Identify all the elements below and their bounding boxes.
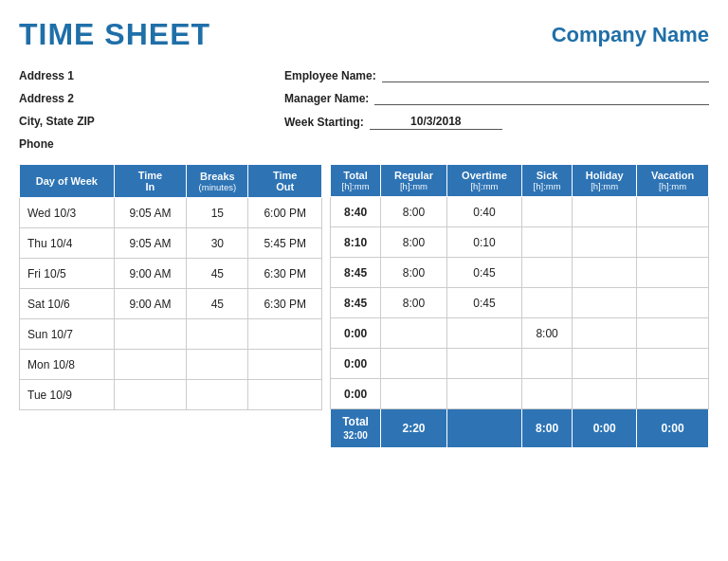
footer-total-label: Total32:00 (331, 409, 381, 448)
info-section: Address 1 Address 2 City, State ZIP Phon… (19, 69, 709, 151)
cell-regular: 8:00 (381, 258, 447, 288)
left-table: Day of Week TimeIn Breaks(minutes) TimeO… (19, 164, 322, 448)
page-title: TIME SHEET (19, 17, 210, 52)
employee-block: Employee Name: Manager Name: Week Starti… (209, 69, 709, 151)
cell-holiday (573, 379, 637, 409)
cell-breaks: 30 (187, 228, 248, 259)
cell-time-out: 6:30 PM (248, 289, 322, 319)
cell-time-out: 5:45 PM (248, 228, 322, 259)
cell-total: 8:40 (331, 197, 381, 227)
cell-day: Tue 10/9 (20, 380, 115, 410)
phone-label: Phone (19, 137, 54, 151)
footer-regular: 2:20 (381, 409, 447, 448)
cell-vacation (637, 227, 709, 258)
city-label: City, State ZIP (19, 115, 95, 128)
cell-breaks (187, 319, 248, 350)
cell-breaks (187, 380, 248, 410)
cell-time-out (248, 380, 322, 410)
address1-row: Address 1 (19, 69, 209, 82)
address2-label: Address 2 (19, 92, 74, 105)
right-table-footer-row: Total32:00 2:20 8:00 0:00 0:00 (331, 409, 709, 448)
cell-sick (522, 227, 573, 258)
cell-vacation (637, 379, 709, 409)
cell-time-in (114, 350, 187, 380)
cell-regular: 8:00 (381, 227, 447, 258)
cell-vacation (637, 288, 709, 318)
cell-overtime (446, 318, 521, 349)
cell-breaks: 15 (187, 198, 248, 228)
cell-breaks: 45 (187, 289, 248, 319)
th-regular: Regular[h]:mm (381, 165, 447, 197)
cell-time-in: 9:00 AM (114, 259, 187, 289)
cell-sick (522, 379, 573, 409)
manager-name-label: Manager Name: (284, 92, 369, 105)
left-table-row: Mon 10/8 (20, 350, 322, 380)
cell-regular: 8:00 (381, 197, 447, 227)
cell-sick (522, 349, 573, 379)
cell-time-in: 9:05 AM (114, 198, 187, 228)
cell-vacation (637, 258, 709, 288)
footer-overtime (446, 409, 521, 448)
right-table-row: 0:00 (331, 379, 709, 409)
cell-overtime: 0:45 (446, 258, 521, 288)
manager-name-row: Manager Name: (284, 92, 709, 105)
cell-day: Mon 10/8 (20, 350, 115, 380)
cell-time-out: 6:30 PM (248, 259, 322, 289)
phone-row: Phone (19, 137, 209, 151)
cell-holiday (573, 318, 637, 349)
cell-holiday (573, 197, 637, 227)
cell-sick (522, 197, 573, 227)
cell-total: 8:10 (331, 227, 381, 258)
manager-name-line (374, 92, 709, 105)
week-starting-row: Week Starting: 10/3/2018 (284, 115, 709, 130)
cell-sick (522, 288, 573, 318)
cell-overtime: 0:45 (446, 288, 521, 318)
company-name: Company Name (552, 17, 709, 47)
cell-sick (522, 258, 573, 288)
right-table-row: 0:00 (331, 349, 709, 379)
cell-holiday (573, 227, 637, 258)
address1-label: Address 1 (19, 69, 74, 82)
th-holiday: Holiday[h]:mm (573, 165, 637, 197)
employee-name-label: Employee Name: (284, 69, 376, 82)
cell-breaks (187, 350, 248, 380)
cell-breaks: 45 (187, 259, 248, 289)
th-overtime: Overtime[h]:mm (446, 165, 521, 197)
cell-overtime (446, 349, 521, 379)
cell-total: 0:00 (331, 349, 381, 379)
right-table-row: 8:10 8:00 0:10 (331, 227, 709, 258)
th-time-in: TimeIn (114, 165, 187, 198)
right-table-row: 8:45 8:00 0:45 (331, 288, 709, 318)
cell-total: 8:45 (331, 288, 381, 318)
th-breaks: Breaks(minutes) (187, 165, 248, 198)
cell-total: 0:00 (331, 379, 381, 409)
cell-time-out: 6:00 PM (248, 198, 322, 228)
cell-overtime (446, 379, 521, 409)
left-table-row: Thu 10/4 9:05 AM 30 5:45 PM (20, 228, 322, 259)
left-table-row: Sun 10/7 (20, 319, 322, 350)
right-table: Total[h]:mm Regular[h]:mm Overtime[h]:mm… (330, 164, 709, 448)
header: TIME SHEET Company Name (19, 17, 709, 52)
cell-time-out (248, 350, 322, 380)
cell-day: Thu 10/4 (20, 228, 115, 259)
right-table-row: 8:45 8:00 0:45 (331, 258, 709, 288)
footer-vacation: 0:00 (637, 409, 709, 448)
cell-time-out (248, 319, 322, 350)
left-table-row: Fri 10/5 9:00 AM 45 6:30 PM (20, 259, 322, 289)
cell-day: Sun 10/7 (20, 319, 115, 350)
left-table-row: Tue 10/9 (20, 380, 322, 410)
cell-regular (381, 349, 447, 379)
cell-total: 0:00 (331, 318, 381, 349)
cell-overtime: 0:40 (446, 197, 521, 227)
cell-day: Fri 10/5 (20, 259, 115, 289)
th-time-out: TimeOut (248, 165, 322, 198)
cell-vacation (637, 318, 709, 349)
address-block: Address 1 Address 2 City, State ZIP Phon… (19, 69, 209, 151)
th-total: Total[h]:mm (331, 165, 381, 197)
cell-time-in (114, 319, 187, 350)
cell-day: Wed 10/3 (20, 198, 115, 228)
employee-name-line (382, 69, 709, 82)
th-vacation: Vacation[h]:mm (637, 165, 709, 197)
cell-regular (381, 379, 447, 409)
week-starting-label: Week Starting: (284, 116, 364, 129)
